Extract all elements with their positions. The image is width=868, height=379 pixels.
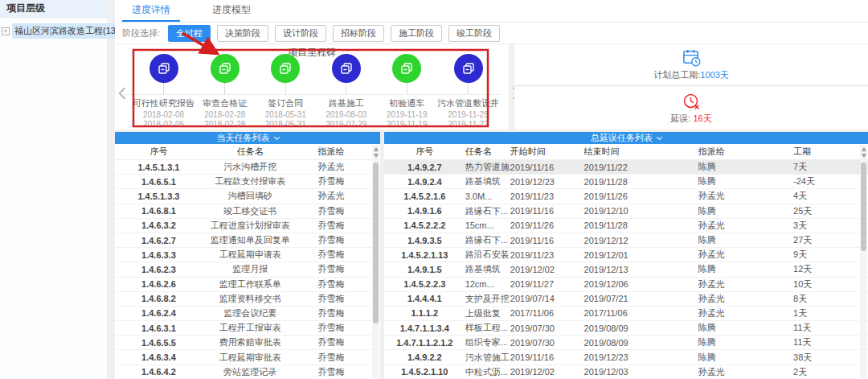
table-row[interactable]: 1.4.6.2.4监理会议纪要乔雪梅 (115, 307, 380, 321)
table-row[interactable]: 1.4.4.4.1支护及开挖2019/07/142019/07/21孙孟光8天 (384, 292, 868, 307)
today-tasks-scrollbar[interactable] (372, 145, 379, 378)
milestone-item[interactable]: 初验通车2019-11-192019-11-19 (377, 54, 438, 129)
scroll-down-icon[interactable] (862, 154, 866, 158)
cell: 2019/07/21 (584, 294, 698, 303)
table-row[interactable]: 1.1.1.2上级批复2017/11/062017/11/06孙孟光1天 (384, 307, 868, 321)
table-row[interactable]: 1.4.9.2.2污水管施工2019/11/162019/12/23陈腾38天 (384, 350, 868, 365)
column-header[interactable]: 指派给 (698, 146, 793, 158)
milestone-item[interactable]: 路基施工2019-08-032019-07-29 (316, 54, 377, 129)
milestone-item[interactable]: 审查合格证2018-02-282018-02-28 (194, 54, 256, 129)
table-row[interactable]: 1.4.9.2.7热力管道施工2019/11/162019/11/22陈腾7天 (384, 160, 868, 175)
table-row[interactable]: 1.4.6.5.5费用索赔审批表乔雪梅 (115, 336, 380, 350)
carousel-prev-icon[interactable] (117, 86, 128, 101)
cell: 2天 (793, 366, 860, 378)
milestone-circle[interactable] (454, 54, 483, 83)
cell: 2019/11/16 (510, 163, 584, 172)
stage-button[interactable]: 设计阶段 (275, 25, 326, 42)
cell: 7天 (793, 161, 860, 173)
table-row[interactable]: 1.4.6.3.1工程开工报审表乔雪梅 (115, 321, 380, 336)
column-header[interactable]: 工期 (793, 146, 860, 158)
table-row[interactable]: 1.4.6.3.2工程进度计划报审表乔雪梅 (115, 219, 380, 233)
milestone-item[interactable]: 签订合同2018-05-312018-05-31 (256, 54, 317, 129)
table-row[interactable]: 1.4.6.4.2旁站监理记录乔雪梅 (115, 365, 380, 379)
table-row[interactable]: 1.4.5.2.1.13路沿石安装2019/11/232019/12/01孙孟光… (384, 248, 868, 262)
today-tasks-header[interactable]: 当天任务列表 (115, 132, 380, 144)
table-row[interactable]: 1.4.6.3.3工程延期申请表乔雪梅 (115, 248, 380, 262)
main-area: 进度详情进度模型 阶段选择: 全过程决策阶段设计阶段招标阶段施工阶段竣工阶段 项… (115, 0, 868, 379)
cell: 陈腾 (698, 234, 793, 246)
stage-button[interactable]: 全过程 (168, 25, 211, 42)
tree-expander-icon[interactable] (2, 27, 10, 35)
cell: 费用索赔审批表 (203, 336, 298, 348)
milestone-item[interactable]: 可行性研究报告2018-02-082018-02-05 (133, 54, 194, 129)
table-row[interactable]: 1.4.6.5.1工程款支付报审表乔雪梅 (115, 175, 380, 189)
cell: 竣工移交证书 (203, 205, 298, 217)
scroll-arrows[interactable] (860, 146, 867, 159)
cell: 38天 (793, 352, 860, 364)
cell: 2019/11/23 (510, 250, 584, 260)
column-header[interactable]: 开始时间 (510, 146, 584, 158)
cell: 11天 (793, 336, 860, 348)
cell: 乔雪梅 (298, 322, 365, 334)
column-header[interactable]: 任务名 (203, 146, 298, 158)
copy-document-icon (219, 62, 231, 75)
table-row[interactable]: 1.4.6.2.7监理通知单及回复单乔雪梅 (115, 233, 380, 248)
table-row[interactable]: 1.4.5.1.3.3沟槽回填砂孙孟光 (115, 189, 380, 204)
tree-item-project[interactable]: 福山区河滨路改造工程(13) (0, 23, 107, 39)
column-header[interactable]: 序号 (115, 146, 203, 158)
scrollbar-thumb[interactable] (373, 163, 379, 323)
table-row[interactable]: 1.4.5.2.1.10中粒式沥...2019/12/022019/12/03孙… (384, 365, 868, 379)
cell-seq: 1.4.9.1.5 (384, 265, 465, 274)
stage-button[interactable]: 决策阶段 (217, 25, 268, 42)
table-row[interactable]: 1.4.6.3.4工程延期审批表乔雪梅 (115, 350, 380, 365)
milestone-connector (468, 83, 469, 94)
scrollbar-thumb[interactable] (861, 163, 866, 251)
milestone-circle[interactable] (392, 54, 421, 83)
cell: 乔雪梅 (298, 220, 365, 232)
cell: -24天 (793, 175, 860, 187)
column-header[interactable]: 结束时间 (584, 146, 698, 158)
column-header[interactable]: 任务名 (465, 146, 510, 158)
scroll-up-icon[interactable] (374, 147, 379, 151)
table-row[interactable]: 1.4.6.2.3监理月报乔雪梅 (115, 262, 380, 277)
cell: 2019/11/23 (510, 192, 584, 201)
stage-button[interactable]: 施工阶段 (391, 25, 442, 42)
cell: 工程延期申请表 (203, 249, 298, 261)
total-duration-text: 计划总工期:1003天 (653, 69, 729, 81)
table-row[interactable]: 1.4.9.3.5路缘石下...2019/11/162019/12/12陈腾27… (384, 233, 868, 248)
cell: 乔雪梅 (298, 336, 365, 348)
scroll-down-icon[interactable] (374, 154, 379, 158)
delayed-tasks-header[interactable]: 总延误任务列表 (384, 132, 868, 144)
milestone-plan-date: 2018-02-08 (143, 110, 184, 119)
column-header[interactable]: 序号 (384, 146, 465, 158)
tab-progress-model[interactable]: 进度模型 (203, 0, 260, 22)
milestone-name: 审查合格证 (203, 97, 247, 109)
table-row[interactable]: 1.4.5.2.2.215cm...2019/11/262019/11/28孙孟… (384, 219, 868, 233)
table-row[interactable]: 1.4.5.2.1.63.0M...2019/11/232019/11/26孙孟… (384, 189, 868, 204)
column-header[interactable]: 指派给 (298, 146, 365, 158)
milestone-circle[interactable] (211, 54, 240, 83)
scroll-up-icon[interactable] (862, 147, 866, 151)
table-row[interactable]: 1.4.6.8.2监理资料移交书乔雪梅 (115, 292, 380, 307)
delayed-tasks-scrollbar[interactable] (860, 145, 867, 378)
table-row[interactable]: 1.4.6.2.6监理工作联系单乔雪梅 (115, 278, 380, 292)
cell: 2017/11/06 (510, 308, 584, 318)
table-row[interactable]: 1.4.9.1.6路缘石下...2019/11/162019/12/10陈腾25… (384, 204, 868, 219)
milestone-item[interactable]: 污水管道敷设井2019-11-252019-11-22 (437, 54, 499, 129)
table-row[interactable]: 1.4.7.1.1.3.4样板工程...2019/07/302019/08/09… (384, 321, 868, 336)
milestone-circle[interactable] (149, 54, 178, 83)
milestone-circle[interactable] (332, 54, 361, 83)
table-row[interactable]: 1.4.7.1.1.2.1.2组织专家...2019/07/302019/08/… (384, 336, 868, 350)
table-row[interactable]: 1.4.9.1.5路基填筑2019/12/022019/12/13陈腾12天 (384, 262, 868, 277)
stage-selector-label: 阶段选择: (122, 27, 160, 39)
stage-button[interactable]: 竣工阶段 (448, 25, 500, 42)
table-row[interactable]: 1.4.5.1.3.1污水沟槽开挖孙孟光 (115, 160, 380, 175)
tab-progress-detail[interactable]: 进度详情 (122, 0, 180, 22)
table-row[interactable]: 1.4.9.2.4路基填筑2019/12/232019/11/28陈腾-24天 (384, 175, 868, 189)
table-row[interactable]: 1.4.5.2.2.312cm...2019/11/272019/12/06孙孟… (384, 278, 868, 292)
stage-button[interactable]: 招标阶段 (333, 25, 384, 42)
scroll-arrows[interactable] (372, 146, 379, 159)
milestone-circle[interactable] (271, 54, 300, 83)
table-row[interactable]: 1.4.6.8.1竣工移交证书乔雪梅 (115, 204, 380, 219)
cell: 3.0M... (465, 192, 510, 201)
